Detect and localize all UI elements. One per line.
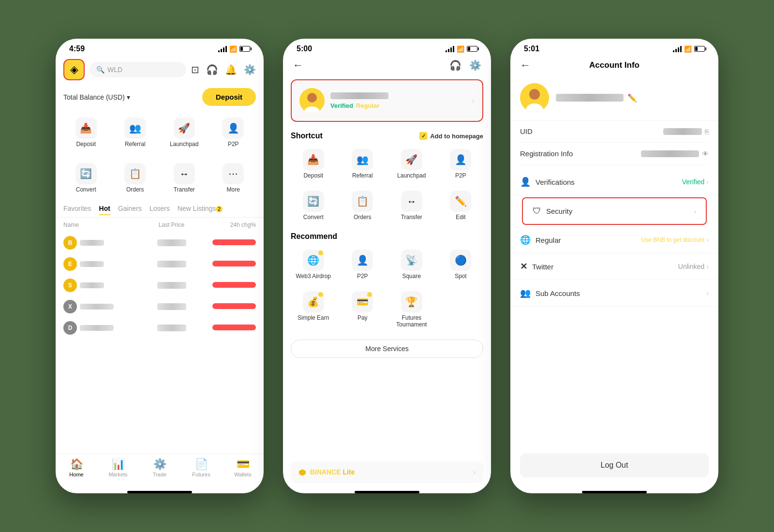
referral-label: Referral (352, 172, 373, 179)
grid-item-orders[interactable]: 📋 Orders (113, 159, 158, 197)
eye-icon[interactable]: 👁 (702, 150, 709, 158)
scan-icon[interactable]: ⊡ (191, 64, 199, 75)
security-chevron: › (694, 207, 696, 215)
globe-icon: 🌐 (520, 235, 531, 245)
grid-item-more[interactable]: ⋯ More (211, 159, 256, 197)
search-bar[interactable]: 🔍 WLD (89, 62, 186, 77)
tab-losers[interactable]: Losers (149, 205, 170, 215)
headset-icon[interactable]: 🎧 (206, 64, 218, 75)
menu-verifications[interactable]: 👤 Verifications Verified › (510, 169, 718, 195)
settings-icon[interactable]: ⚙️ (469, 59, 481, 71)
more-label: More (227, 186, 240, 193)
pay-badge (367, 292, 372, 297)
verified-value: Verified (682, 178, 705, 186)
rec-p2p[interactable]: 👤 P2P (340, 246, 386, 283)
binance-lite-bar[interactable]: BINANCE Lite › (291, 461, 483, 483)
time-1: 4:59 (69, 44, 85, 53)
signal-icon (673, 46, 682, 52)
grid-item-launchpad[interactable]: 🚀 Launchpad (162, 114, 207, 151)
new-listings-badge: 2 (216, 206, 223, 212)
rec-pay[interactable]: 💳 Pay (340, 287, 386, 332)
grid-item-p2p[interactable]: 👤 P2P (211, 114, 256, 151)
regular-chevron: › (706, 236, 709, 244)
rec-spot[interactable]: 🔵 Spot (438, 246, 484, 283)
twitter-label: Twitter (532, 263, 553, 271)
tab-hot[interactable]: Hot (99, 205, 110, 215)
verifications-label: Verifications (536, 178, 575, 186)
nav-home[interactable]: 🏠 Home (56, 458, 97, 477)
grid-item-deposit[interactable]: 📥 Deposit (63, 114, 109, 151)
back-button-3[interactable]: ← (520, 59, 531, 72)
shortcut-edit[interactable]: ✏️ Edit (438, 187, 484, 224)
nav-trade-label: Trade (153, 472, 166, 477)
more-services-button[interactable]: More Services (291, 340, 483, 358)
change-pill (212, 325, 256, 330)
deposit-button[interactable]: Deposit (202, 88, 256, 106)
status-icons-3: 📶 (673, 45, 705, 53)
add-homepage-row[interactable]: ✓ Add to homepage (419, 132, 483, 140)
regular-right: Use BNB to get discount › (641, 236, 709, 244)
profile-icon[interactable]: ⚙️ (244, 64, 256, 75)
shortcut-transfer[interactable]: ↔️ Transfer (389, 187, 434, 224)
tab-new-listings[interactable]: New Listings2 (178, 205, 223, 215)
table-row: D (56, 317, 264, 339)
shortcut-deposit[interactable]: 📥 Deposit (291, 145, 336, 183)
rec-futures-tournament[interactable]: 🏆 Futures Tournament (389, 287, 434, 332)
earn-badge (318, 292, 323, 297)
change-pill (212, 261, 256, 266)
shortcut-referral[interactable]: 👥 Referral (340, 145, 386, 183)
binance-logo[interactable]: ◈ (63, 59, 85, 80)
binance-symbol (298, 469, 306, 476)
info-section: UID ⎘ Registration Info 👁 (510, 120, 718, 165)
reg-info-blur (641, 150, 699, 157)
regular-left: 🌐 Regular (520, 235, 561, 245)
grid-item-convert[interactable]: 🔄 Convert (63, 159, 109, 197)
more-icon: ⋯ (223, 163, 244, 184)
security-row[interactable]: 🛡 Security › (522, 197, 707, 225)
nav-markets[interactable]: 📊 Markets (97, 458, 139, 477)
coin-name-blur (80, 304, 114, 310)
add-homepage-label: Add to homepage (430, 133, 483, 140)
back-button[interactable]: ← (293, 59, 303, 72)
rec-simple-earn[interactable]: 💰 Simple Earn (291, 287, 336, 332)
shortcut-p2p[interactable]: 👤 P2P (438, 145, 484, 183)
avatar (299, 88, 325, 113)
account-name-row: ✏️ (556, 93, 637, 103)
market-tabs: Favorites Hot Gainers Losers New Listing… (56, 201, 264, 218)
rec-square[interactable]: 📡 Square (389, 246, 434, 283)
trade-icon: ⚙️ (153, 458, 166, 471)
nav-trade[interactable]: ⚙️ Trade (139, 458, 180, 477)
tab-favorites[interactable]: Favorites (63, 205, 91, 215)
referral-icon: 👥 (352, 149, 373, 170)
profile-badges: Verified Regular (330, 102, 466, 109)
convert-icon: 🔄 (303, 191, 324, 212)
market-header: Name Last Price 24h chg% (56, 218, 264, 232)
p2p-icon: 👤 (223, 118, 244, 139)
price-blur (157, 261, 186, 267)
shortcut-orders[interactable]: 📋 Orders (340, 187, 386, 224)
menu-twitter[interactable]: ✕ Twitter Unlinked › (510, 253, 718, 280)
coin-icon: S (63, 279, 77, 292)
avatar-svg (520, 83, 549, 112)
nav-futures[interactable]: 📄 Futures (180, 458, 222, 477)
person-icon: 👤 (520, 177, 531, 187)
bell-icon[interactable]: 🔔 (225, 64, 237, 75)
twitter-left: ✕ Twitter (520, 261, 553, 272)
profile-card[interactable]: Verified Regular › (291, 79, 483, 122)
edit-icon[interactable]: ✏️ (627, 93, 637, 103)
headset-icon[interactable]: 🎧 (449, 59, 461, 71)
logout-button[interactable]: Log Out (520, 453, 709, 477)
rec-web3-airdrop[interactable]: 🌐 Web3 Airdrop (291, 246, 336, 283)
tab-gainers[interactable]: Gainers (118, 205, 142, 215)
menu-regular[interactable]: 🌐 Regular Use BNB to get discount › (510, 227, 718, 253)
shortcut-convert[interactable]: 🔄 Convert (291, 187, 336, 224)
copy-icon[interactable]: ⎘ (705, 128, 709, 135)
nav-wallets[interactable]: 💳 Wallets (222, 458, 264, 477)
shortcut-launchpad[interactable]: 🚀 Launchpad (389, 145, 434, 183)
grid-item-transfer[interactable]: ↔️ Transfer (162, 159, 207, 197)
menu-sub-accounts[interactable]: 👥 Sub Accounts › (510, 280, 718, 307)
signal-icon (446, 46, 454, 52)
coin-icon: D (63, 321, 77, 335)
grid-item-referral[interactable]: 👥 Referral (113, 114, 158, 151)
regular-badge: Regular (356, 102, 379, 109)
